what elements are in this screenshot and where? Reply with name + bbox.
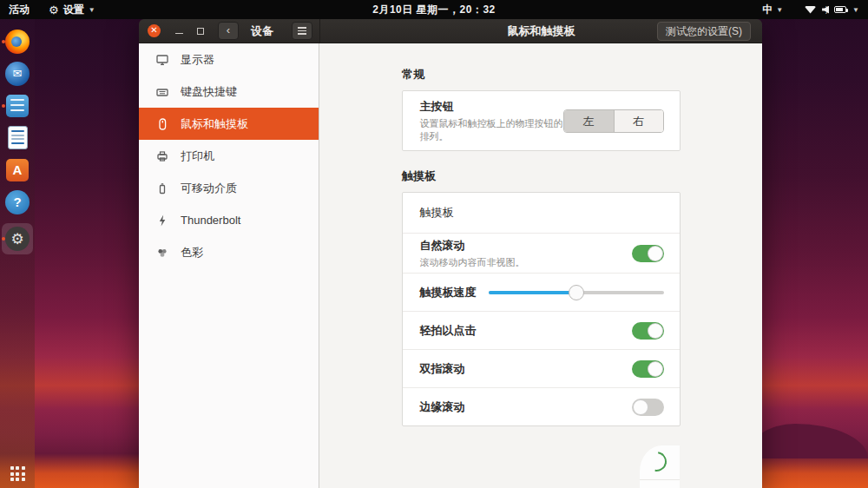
titlebar-right: 鼠标和触摸板 测试您的设置(S)	[319, 19, 762, 43]
removable-media-icon	[155, 181, 169, 195]
touchpad-header-row: 触摸板	[403, 193, 680, 233]
color-icon	[155, 246, 169, 260]
tap-to-click-toggle[interactable]	[632, 322, 664, 340]
edge-scrolling-row: 边缘滚动	[403, 387, 680, 425]
input-method-label: 中	[762, 3, 773, 17]
dock-item-files[interactable]	[0, 89, 35, 122]
panel-title: 鼠标和触摸板	[508, 23, 575, 39]
slider-handle[interactable]	[569, 285, 584, 300]
natural-scrolling-label: 自然滚动	[420, 238, 632, 254]
files-icon	[6, 95, 29, 117]
dock-item-ubuntu-software[interactable]: A	[0, 154, 35, 186]
chevron-down-icon: ▼	[776, 6, 783, 14]
thunderbird-icon: ✉	[5, 62, 30, 86]
render-glitch-partial-toggle	[640, 445, 680, 488]
sidebar-item-mouse-touchpad[interactable]: 鼠标和触摸板	[139, 108, 319, 140]
printer-icon	[155, 149, 169, 163]
touchpad-speed-label: 触摸板速度	[420, 285, 477, 300]
two-finger-scrolling-label: 双指滚动	[420, 361, 632, 377]
left-option-button[interactable]: 左	[564, 110, 614, 132]
keyboard-icon	[155, 85, 169, 99]
libreoffice-writer-icon	[8, 126, 28, 149]
sidebar-item-label: Thunderbolt	[181, 214, 240, 227]
dock-item-thunderbird[interactable]: ✉	[0, 57, 35, 89]
show-applications-button[interactable]	[10, 466, 25, 481]
sidebar-item-label: 鼠标和触摸板	[181, 116, 248, 132]
primary-button-description: 设置鼠标和触控板上的物理按钮的排列。	[420, 117, 568, 142]
natural-scrolling-toggle[interactable]	[632, 245, 664, 262]
slider-track[interactable]	[489, 291, 664, 294]
tap-to-click-row: 轻拍以点击	[403, 311, 680, 349]
touchpad-card: 触摸板 自然滚动 滚动移动内容而非视图。 触摸板速度	[402, 192, 681, 426]
edge-scrolling-label: 边缘滚动	[420, 399, 632, 415]
general-card: 主按钮 设置鼠标和触控板上的物理按钮的排列。 左 右	[402, 90, 681, 151]
display-icon	[155, 53, 169, 67]
settings-sidebar: 显示器 键盘快捷键 鼠标和触摸板	[139, 43, 319, 488]
titlebar-left: ✕ ‹ 设备	[139, 19, 319, 43]
maximize-button[interactable]	[197, 28, 204, 35]
help-icon: ?	[5, 190, 30, 214]
touchpad-row-label: 触摸板	[420, 205, 454, 221]
minimize-button[interactable]	[175, 26, 183, 36]
running-indicator	[2, 104, 5, 108]
wallpaper-hill	[746, 424, 868, 458]
running-indicator	[2, 237, 5, 241]
hamburger-menu-button[interactable]	[292, 22, 312, 40]
two-finger-scrolling-row: 双指滚动	[403, 349, 680, 387]
natural-scrolling-row: 自然滚动 滚动移动内容而非视图。	[403, 233, 680, 273]
sidebar-item-removable-media[interactable]: 可移动介质	[139, 172, 319, 204]
input-method-indicator[interactable]: 中 ▼	[762, 3, 783, 17]
touchpad-speed-row: 触摸板速度	[403, 273, 680, 311]
sidebar-item-thunderbolt[interactable]: Thunderbolt	[139, 204, 319, 236]
mouse-icon	[155, 117, 169, 131]
sidebar-item-printers[interactable]: 打印机	[139, 140, 319, 172]
top-bar: 活动 ⚙ 设置 ▼ 2月10日 星期一，20：32 中 ▼ ) ▼	[0, 0, 868, 19]
section-title-general: 常规	[402, 67, 680, 82]
back-button[interactable]: ‹	[218, 22, 239, 40]
sidebar-item-label: 色彩	[181, 245, 203, 260]
wifi-icon[interactable]	[805, 6, 816, 14]
tap-to-click-label: 轻拍以点击	[420, 323, 632, 339]
firefox-icon	[5, 30, 30, 54]
section-title-touchpad: 触摸板	[402, 168, 680, 184]
dock: ✉ A ? ⚙	[0, 19, 35, 488]
test-settings-button[interactable]: 测试您的设置(S)	[657, 22, 751, 41]
natural-scrolling-description: 滚动移动内容而非视图。	[420, 256, 632, 268]
sidebar-item-label: 可移动介质	[181, 181, 237, 196]
window-title: 设备	[251, 23, 273, 39]
battery-icon[interactable]	[834, 6, 846, 13]
dock-item-settings-active[interactable]: ⚙	[0, 220, 35, 258]
two-finger-scrolling-toggle[interactable]	[632, 360, 664, 378]
primary-button-row: 主按钮 设置鼠标和触控板上的物理按钮的排列。 左 右	[403, 91, 680, 150]
clock[interactable]: 2月10日 星期一，20：32	[0, 3, 868, 17]
desktop: 活动 ⚙ 设置 ▼ 2月10日 星期一，20：32 中 ▼ ) ▼	[0, 0, 868, 488]
settings-gear-icon: ⚙	[5, 227, 30, 251]
dock-item-libreoffice-writer[interactable]	[0, 122, 35, 154]
settings-window: ✕ ‹ 设备 鼠标和触摸板 测试您的设置(S) 显示器	[139, 19, 762, 488]
sidebar-item-keyboard-shortcuts[interactable]: 键盘快捷键	[139, 76, 319, 108]
sidebar-item-displays[interactable]: 显示器	[139, 43, 319, 76]
titlebar[interactable]: ✕ ‹ 设备 鼠标和触摸板 测试您的设置(S)	[139, 19, 762, 43]
volume-indicator[interactable]: )	[822, 5, 828, 14]
edge-scrolling-toggle[interactable]	[632, 399, 664, 416]
close-button[interactable]: ✕	[148, 24, 161, 37]
ubuntu-software-icon: A	[6, 159, 29, 181]
mouse-touchpad-panel: 常规 主按钮 设置鼠标和触控板上的物理按钮的排列。 左 右 触摸板	[319, 43, 762, 488]
touchpad-speed-slider[interactable]	[489, 285, 664, 300]
primary-button-label: 主按钮	[420, 99, 563, 115]
thunderbolt-icon	[155, 214, 169, 228]
volume-wave-icon: )	[825, 5, 828, 14]
dock-item-help[interactable]: ?	[0, 186, 35, 218]
sidebar-item-label: 显示器	[181, 52, 214, 68]
primary-button-segmented-control: 左 右	[563, 109, 664, 133]
slider-fill	[489, 291, 576, 294]
right-option-button[interactable]: 右	[614, 110, 663, 132]
system-menu-chevron-icon[interactable]: ▼	[852, 6, 859, 14]
active-app-highlight: ⚙	[2, 223, 33, 254]
dock-item-firefox[interactable]	[0, 25, 35, 57]
sidebar-item-label: 键盘快捷键	[181, 84, 237, 100]
sidebar-item-color[interactable]: 色彩	[139, 236, 319, 268]
sidebar-item-label: 打印机	[181, 148, 214, 164]
